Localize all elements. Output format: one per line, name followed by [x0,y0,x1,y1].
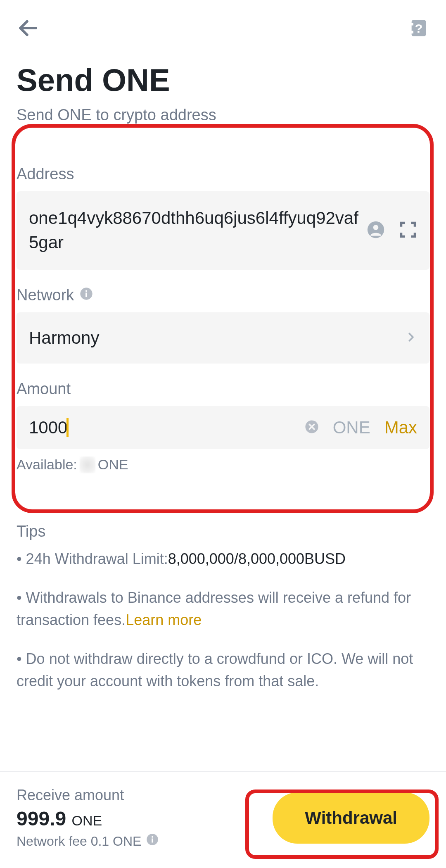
max-button[interactable]: Max [384,418,417,438]
tips-heading: Tips [17,523,429,540]
chevron-right-icon [405,331,417,345]
tip-refund: • Withdrawals to Binance addresses will … [17,587,429,631]
svg-rect-3 [410,23,413,26]
address-label: Address [17,165,429,183]
available-balance: Available: ONE [17,457,429,473]
amount-label: Amount [17,380,429,398]
svg-point-13 [152,836,153,838]
svg-rect-8 [86,293,88,297]
tip-crowdfund: • Do not withdraw directly to a crowdfun… [17,648,429,692]
svg-point-9 [85,290,87,292]
network-value: Harmony [29,328,99,348]
network-fee: Network fee 0.1 ONE [17,833,159,849]
scan-qr-icon[interactable] [399,221,417,240]
svg-text:?: ? [415,21,423,35]
text-cursor [66,418,69,437]
network-label: Network [17,286,429,304]
page-title: Send ONE [0,45,446,102]
svg-point-6 [373,225,378,230]
help-icon[interactable]: ? [408,17,429,40]
clear-icon[interactable] [305,420,319,435]
amount-value[interactable]: 1000 [29,418,67,438]
info-icon[interactable] [80,286,93,304]
back-arrow-icon[interactable] [17,17,40,41]
learn-more-link[interactable]: Learn more [126,611,202,628]
currency-code: ONE [333,418,370,438]
contact-icon[interactable] [367,221,385,240]
withdrawal-button[interactable]: Withdrawal [273,792,429,844]
network-select[interactable]: Harmony [17,312,429,364]
svg-rect-12 [152,839,154,843]
receive-amount-value: 999.9 ONE [17,807,159,830]
info-icon[interactable] [146,833,159,849]
page-subtitle: Send ONE to crypto address [0,102,446,136]
receive-amount-label: Receive amount [17,787,159,804]
redacted-balance [80,457,95,473]
address-input-box[interactable]: one1q4vyk88670dthh6uq6jus6l4ffyuq92vaf5g… [17,191,429,270]
svg-rect-4 [410,31,413,34]
amount-input-box[interactable]: 1000 ONE Max [17,406,429,449]
address-value: one1q4vyk88670dthh6uq6jus6l4ffyuq92vaf5g… [29,206,358,255]
tip-withdrawal-limit: • 24h Withdrawal Limit:8,000,000/8,000,0… [17,548,429,570]
